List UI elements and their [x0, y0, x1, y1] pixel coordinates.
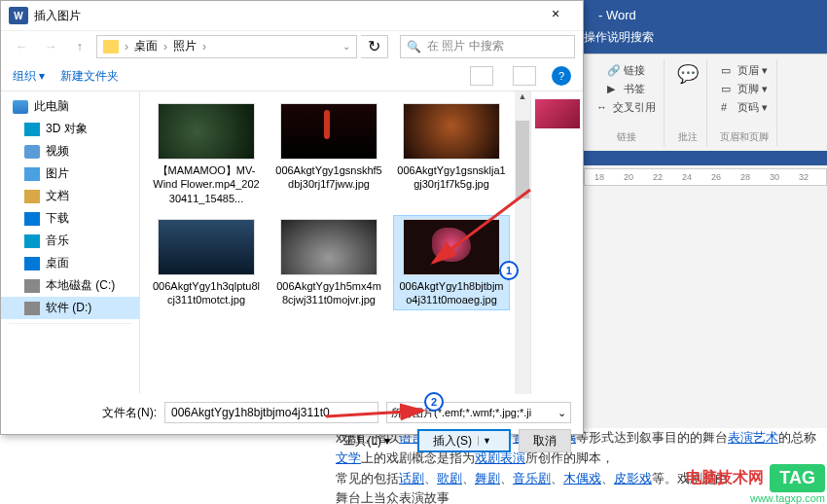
ribbon-group-comments: 💬 批注	[669, 59, 707, 146]
filename-input[interactable]	[164, 402, 378, 423]
crossref-button[interactable]: ↔交叉引用	[596, 98, 656, 117]
ribbon-group-links: 🔗链接 ▶书签 ↔交叉引用 链接	[589, 59, 665, 146]
disk-icon	[24, 302, 40, 315]
preview-pane	[530, 91, 583, 394]
address-dropdown[interactable]: ⌄	[342, 41, 350, 52]
word-icon: W	[9, 7, 28, 24]
file-item[interactable]: 【MAMAMOO】MV- Wind Flower.mp4_20230411_15…	[148, 99, 265, 209]
sidebar-item-downloads[interactable]: 下载	[1, 207, 139, 230]
word-title: - Word	[598, 8, 636, 22]
sidebar-item-music[interactable]: 音乐	[1, 230, 139, 252]
sidebar-item-pictures[interactable]: 图片	[1, 162, 139, 185]
breadcrumb-photos[interactable]: 照片	[173, 38, 197, 54]
watermark-url: www.tagxp.com	[750, 492, 825, 504]
help-button[interactable]: ?	[552, 66, 571, 86]
sidebar-item-this-pc[interactable]: 此电脑	[1, 95, 139, 118]
scroll-up-icon[interactable]: ▲	[515, 91, 530, 105]
3d-icon	[24, 123, 40, 136]
insert-dropdown[interactable]: ▼	[478, 436, 495, 446]
chevron-down-icon: ▾	[39, 69, 45, 83]
crossref-icon: ↔	[596, 101, 610, 115]
organize-button[interactable]: 组织 ▾	[13, 68, 45, 85]
insert-picture-dialog: W 插入图片 × ← → ↑ › 桌面 › 照片 › ⌄ ↻ 🔍 在 照片 中搜…	[0, 0, 584, 435]
bookmark-icon: ▶	[607, 83, 621, 96]
file-item-selected[interactable]: 006AkgtYgy1h8bjtbjmo4j311t0moaeg.jpg	[393, 215, 510, 311]
watermark-text: 电脑技术网	[686, 468, 764, 488]
file-item[interactable]: 006AkgtYgy1gsnsklja1gj30rj1f7k5g.jpg	[393, 99, 510, 209]
file-item[interactable]: 006AkgtYgy1h3qlptu8lcj311t0motct.jpg	[148, 215, 265, 311]
view-button[interactable]	[470, 66, 493, 86]
file-item[interactable]: 006AkgtYgy1h5mx4m8cjwj311t0mojvr.jpg	[270, 215, 387, 311]
disk-icon	[24, 279, 40, 293]
document-icon	[24, 190, 40, 203]
dialog-toolbar: 组织 ▾ 新建文件夹 ?	[1, 61, 583, 90]
close-button[interactable]: ×	[536, 6, 575, 25]
sidebar-item-disk-d[interactable]: 软件 (D:)	[1, 297, 139, 319]
file-grid[interactable]: 【MAMAMOO】MV- Wind Flower.mp4_20230411_15…	[140, 91, 530, 394]
sidebar-item-videos[interactable]: 视频	[1, 140, 139, 162]
ribbon-label-links: 链接	[617, 130, 636, 144]
footer-icon: ▭	[721, 83, 735, 96]
thumbnail	[403, 219, 500, 275]
address-bar[interactable]: › 桌面 › 照片 › ⌄	[96, 35, 357, 58]
forward-button[interactable]: →	[38, 35, 63, 58]
bookmark-button[interactable]: ▶书签	[607, 80, 645, 98]
search-placeholder: 在 照片 中搜索	[427, 38, 504, 54]
dialog-nav: ← → ↑ › 桌面 › 照片 › ⌄ ↻ 🔍 在 照片 中搜索	[1, 30, 583, 61]
thumbnail	[158, 219, 255, 275]
download-icon	[24, 212, 40, 226]
filename-label: 文件名(N):	[13, 405, 157, 421]
ribbon-label-comments: 批注	[678, 130, 698, 144]
folder-icon	[103, 40, 119, 54]
word-search-hint[interactable]: 操作说明搜索	[584, 29, 654, 46]
horizontal-ruler[interactable]: 18202224262830323436	[584, 168, 827, 186]
preview-toggle-button[interactable]	[513, 66, 536, 86]
sidebar-divider	[9, 323, 131, 324]
chevron-down-icon: ▾	[384, 434, 390, 448]
pagenum-button[interactable]: #页码 ▾	[721, 98, 768, 117]
breadcrumb-desktop[interactable]: 桌面	[134, 38, 158, 54]
tools-button[interactable]: 工具(L) ▾	[343, 433, 390, 450]
insert-button[interactable]: 插入(S)▼	[417, 429, 511, 452]
sidebar-item-disk-c[interactable]: 本地磁盘 (C:)	[1, 274, 139, 297]
up-button[interactable]: ↑	[67, 35, 92, 58]
thumbnail	[403, 103, 500, 160]
header-button[interactable]: ▭页眉 ▾	[721, 61, 768, 80]
comment-button[interactable]: 💬	[677, 61, 699, 87]
footer-button[interactable]: ▭页脚 ▾	[721, 80, 768, 98]
file-item[interactable]: 006AkgtYgy1gsnskhf5dbj30rj1f7jww.jpg	[270, 99, 387, 209]
link-button[interactable]: 🔗链接	[607, 61, 645, 80]
thumbnail	[158, 103, 255, 160]
refresh-button[interactable]: ↻	[361, 35, 388, 58]
ribbon: 🔗链接 ▶书签 ↔交叉引用 链接 💬 批注 ▭页眉 ▾ ▭页脚 ▾ #页码 ▾ …	[584, 54, 827, 151]
search-input[interactable]: 🔍 在 照片 中搜索	[400, 35, 575, 58]
sidebar-item-desktop[interactable]: 桌面	[1, 252, 139, 274]
dialog-body: 此电脑 3D 对象 视频 图片 文档 下载 音乐 桌面 本地磁盘 (C:) 软件…	[1, 90, 583, 394]
header-icon: ▭	[721, 64, 735, 78]
back-button[interactable]: ←	[9, 35, 34, 58]
thumbnail	[280, 219, 378, 275]
dialog-footer: 文件名(N): 所有图片(*.emf;*.wmf;*.jpg;*.ji⌄ 工具(…	[1, 394, 583, 460]
chevron-down-icon: ⌄	[557, 407, 566, 419]
search-icon: 🔍	[407, 40, 421, 54]
watermark-tag: TAG	[770, 464, 825, 492]
link-icon: 🔗	[607, 64, 621, 78]
sidebar[interactable]: 此电脑 3D 对象 视频 图片 文档 下载 音乐 桌面 本地磁盘 (C:) 软件…	[1, 91, 140, 394]
filetype-filter[interactable]: 所有图片(*.emf;*.wmf;*.jpg;*.ji⌄	[386, 402, 571, 423]
scroll-thumb[interactable]	[516, 121, 529, 198]
annotation-badge-1: 1	[499, 261, 519, 280]
new-folder-button[interactable]: 新建文件夹	[60, 68, 119, 85]
desktop-icon	[24, 257, 40, 270]
annotation-badge-2: 2	[424, 392, 444, 412]
cancel-button[interactable]: 取消	[519, 429, 571, 452]
preview-image	[535, 99, 580, 128]
sidebar-item-3d[interactable]: 3D 对象	[1, 118, 139, 140]
dialog-titlebar[interactable]: W 插入图片 ×	[1, 1, 583, 30]
music-icon	[24, 234, 40, 248]
ribbon-group-headerfooter: ▭页眉 ▾ ▭页脚 ▾ #页码 ▾ 页眉和页脚	[712, 59, 777, 146]
picture-icon	[24, 167, 40, 181]
vertical-scrollbar[interactable]: ▲	[515, 91, 530, 394]
pagenum-icon: #	[721, 101, 735, 115]
breadcrumb-sep: ›	[125, 40, 128, 54]
sidebar-item-documents[interactable]: 文档	[1, 185, 139, 207]
